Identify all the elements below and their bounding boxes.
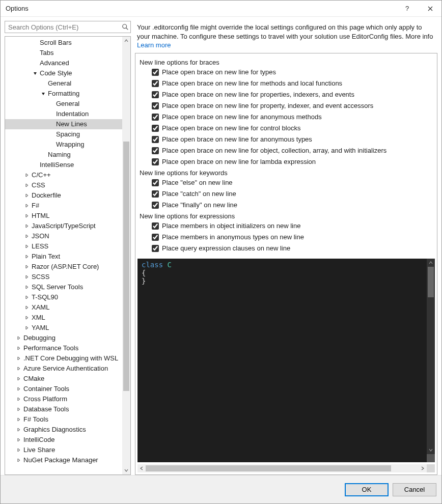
preview-vertical-scrollbar[interactable] xyxy=(427,259,435,462)
chevron-right-icon[interactable] xyxy=(15,457,22,464)
tree-node[interactable]: Dockerfile xyxy=(5,190,122,201)
chevron-right-icon[interactable] xyxy=(23,192,31,199)
chevron-right-icon[interactable] xyxy=(23,222,31,230)
preview-horizontal-scrollbar[interactable] xyxy=(137,464,435,472)
tree-node[interactable]: Wrapping xyxy=(5,139,122,150)
tree-node[interactable]: IntelliCode xyxy=(5,435,122,445)
chevron-right-icon[interactable] xyxy=(23,172,31,179)
tree-node[interactable]: General xyxy=(5,78,122,89)
tree-node[interactable]: Code Style xyxy=(5,68,122,78)
chevron-right-icon[interactable] xyxy=(15,375,22,382)
tree-node[interactable]: IntelliSense xyxy=(5,160,122,170)
tree-node[interactable]: JavaScript/TypeScript xyxy=(5,221,122,231)
chevron-right-icon[interactable] xyxy=(23,233,31,240)
tree-node[interactable]: Plain Text xyxy=(5,251,122,262)
tree-node[interactable]: New Lines xyxy=(5,119,122,129)
tree-node[interactable]: Cross Platform xyxy=(5,394,122,404)
tree-node[interactable]: Live Share xyxy=(5,445,122,455)
chevron-right-icon[interactable] xyxy=(23,324,31,331)
cancel-button[interactable]: Cancel xyxy=(393,483,436,496)
tree-node[interactable]: Formatting xyxy=(5,89,122,99)
tree-node[interactable]: Database Tools xyxy=(5,404,122,414)
tree-node[interactable]: .NET Core Debugging with WSL xyxy=(5,353,122,363)
chevron-right-icon[interactable] xyxy=(23,304,31,311)
chevron-right-icon[interactable] xyxy=(23,243,31,250)
chevron-right-icon[interactable] xyxy=(15,385,22,393)
chevron-down-icon[interactable] xyxy=(32,70,39,77)
chevron-right-icon[interactable] xyxy=(15,446,22,454)
tree-node[interactable]: Tabs xyxy=(5,48,122,58)
option-checkbox[interactable] xyxy=(152,202,159,209)
chevron-right-icon[interactable] xyxy=(23,202,31,209)
chevron-right-icon[interactable] xyxy=(23,253,31,260)
tree-node[interactable]: NuGet Package Manager xyxy=(5,455,122,465)
tree-node[interactable]: YAML xyxy=(5,323,122,333)
option-checkbox[interactable] xyxy=(152,245,159,252)
option-checkbox[interactable] xyxy=(152,91,159,98)
option-checkbox[interactable] xyxy=(152,80,159,87)
chevron-right-icon[interactable] xyxy=(15,406,22,413)
ok-button[interactable]: OK xyxy=(345,483,389,496)
tree-node[interactable]: XML xyxy=(5,313,122,323)
chevron-down-icon[interactable] xyxy=(40,90,47,97)
tree-node[interactable]: SCSS xyxy=(5,272,122,282)
search-input[interactable] xyxy=(5,21,131,33)
tree-node[interactable]: XAML xyxy=(5,302,122,313)
tree-node[interactable]: Indentation xyxy=(5,109,122,119)
tree-node[interactable]: LESS xyxy=(5,241,122,251)
close-button[interactable] xyxy=(419,1,441,17)
scroll-thumb[interactable] xyxy=(428,267,434,297)
scroll-down-icon[interactable] xyxy=(122,466,130,474)
chevron-right-icon[interactable] xyxy=(15,396,22,403)
tree-node[interactable]: HTML xyxy=(5,211,122,221)
scroll-thumb[interactable] xyxy=(123,142,129,391)
tree-node[interactable]: Razor (ASP.NET Core) xyxy=(5,262,122,272)
tree-node[interactable]: Graphics Diagnostics xyxy=(5,425,122,435)
option-checkbox[interactable] xyxy=(152,136,159,143)
tree-node[interactable]: CSS xyxy=(5,180,122,190)
tree-node[interactable]: Performance Tools xyxy=(5,343,122,353)
chevron-right-icon[interactable] xyxy=(23,314,31,321)
option-checkbox[interactable] xyxy=(152,102,159,109)
chevron-right-icon[interactable] xyxy=(23,294,31,301)
tree-node[interactable]: F# xyxy=(5,201,122,211)
tree-node[interactable]: Naming xyxy=(5,150,122,160)
option-checkbox[interactable] xyxy=(152,125,159,132)
scroll-up-icon[interactable] xyxy=(427,259,435,267)
option-checkbox[interactable] xyxy=(152,222,159,230)
chevron-right-icon[interactable] xyxy=(15,355,22,362)
tree-node[interactable]: SQL Server Tools xyxy=(5,282,122,292)
help-button[interactable]: ? xyxy=(396,1,419,17)
tree-node[interactable]: Advanced xyxy=(5,58,122,68)
tree-node[interactable]: T-SQL90 xyxy=(5,292,122,302)
chevron-right-icon[interactable] xyxy=(15,334,22,342)
option-checkbox[interactable] xyxy=(152,234,159,241)
learn-more-link[interactable]: Learn more xyxy=(137,41,171,49)
tree-node[interactable]: CMake xyxy=(5,374,122,384)
tree-node[interactable]: Spacing xyxy=(5,129,122,139)
chevron-right-icon[interactable] xyxy=(23,212,31,219)
scroll-right-icon[interactable] xyxy=(419,464,427,472)
chevron-right-icon[interactable] xyxy=(15,416,22,423)
chevron-right-icon[interactable] xyxy=(15,365,22,372)
tree-node[interactable]: Container Tools xyxy=(5,384,122,394)
chevron-right-icon[interactable] xyxy=(23,284,31,291)
scroll-down-icon[interactable] xyxy=(427,446,435,454)
chevron-right-icon[interactable] xyxy=(15,345,22,352)
chevron-right-icon[interactable] xyxy=(23,182,31,189)
chevron-right-icon[interactable] xyxy=(15,426,22,433)
scroll-up-icon[interactable] xyxy=(122,37,130,45)
tree-node[interactable]: General xyxy=(5,99,122,109)
option-checkbox[interactable] xyxy=(152,147,159,154)
tree-node[interactable]: JSON xyxy=(5,231,122,241)
scroll-thumb[interactable] xyxy=(146,465,391,471)
chevron-right-icon[interactable] xyxy=(15,436,22,443)
chevron-right-icon[interactable] xyxy=(23,263,31,270)
tree-node[interactable]: Scroll Bars xyxy=(5,38,122,48)
option-checkbox[interactable] xyxy=(152,69,159,76)
option-checkbox[interactable] xyxy=(152,158,159,165)
chevron-right-icon[interactable] xyxy=(23,273,31,281)
tree-node[interactable]: Debugging xyxy=(5,333,122,343)
option-checkbox[interactable] xyxy=(152,114,159,121)
tree-node[interactable]: F# Tools xyxy=(5,414,122,425)
